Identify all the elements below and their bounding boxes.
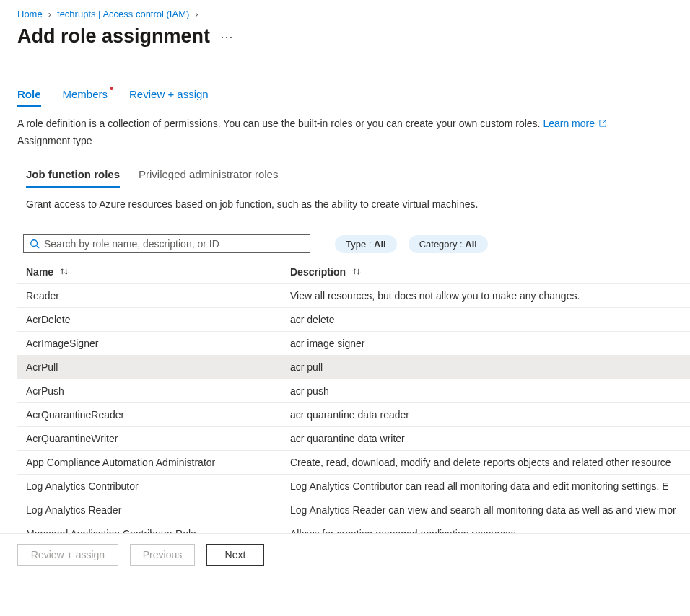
svg-point-0 bbox=[31, 240, 38, 247]
breadcrumb-resource[interactable]: techrupts | Access control (IAM) bbox=[57, 9, 189, 19]
role-description: Allows for creating managed application … bbox=[290, 528, 681, 533]
tab-review-assign[interactable]: Review + assign bbox=[129, 88, 209, 107]
roles-table-header: Name Description bbox=[17, 266, 690, 283]
role-search-box[interactable] bbox=[23, 234, 310, 253]
wizard-footer: Review + assign Previous Next bbox=[0, 533, 690, 576]
role-name: AcrDelete bbox=[26, 314, 290, 325]
external-link-icon bbox=[599, 120, 606, 127]
role-description: Log Analytics Contributor can read all m… bbox=[290, 480, 681, 492]
column-name-label: Name bbox=[26, 266, 53, 278]
role-description: View all resources, but does not allow y… bbox=[290, 290, 681, 302]
role-type-tabs: Job function roles Privileged administra… bbox=[17, 168, 690, 188]
role-name: Managed Application Contributor Role bbox=[26, 528, 290, 533]
previous-button[interactable]: Previous bbox=[130, 544, 195, 566]
role-description: acr image signer bbox=[290, 338, 681, 349]
learn-more-label: Learn more bbox=[543, 118, 595, 129]
table-row[interactable]: App Compliance Automation AdministratorC… bbox=[17, 450, 690, 474]
wizard-tabs: Role Members Review + assign bbox=[17, 88, 690, 107]
filter-type[interactable]: Type : All bbox=[335, 235, 397, 253]
role-type-description: Grant access to Azure resources based on… bbox=[17, 198, 690, 210]
assignment-type-label: Assignment type bbox=[17, 134, 690, 149]
intro-text: A role definition is a collection of per… bbox=[17, 117, 690, 148]
learn-more-link[interactable]: Learn more bbox=[543, 118, 606, 129]
role-search-input[interactable] bbox=[40, 237, 304, 250]
breadcrumb-home[interactable]: Home bbox=[17, 9, 43, 19]
more-actions-button[interactable]: ⋯ bbox=[220, 29, 235, 45]
role-name: AcrQuarantineWriter bbox=[26, 433, 290, 444]
tab-members-label: Members bbox=[63, 88, 108, 100]
column-desc-label: Description bbox=[290, 266, 346, 278]
role-name: Log Analytics Contributor bbox=[26, 480, 290, 492]
table-row[interactable]: AcrDeleteacr delete bbox=[17, 307, 690, 331]
filter-category-value: All bbox=[465, 239, 477, 250]
role-description: acr pull bbox=[290, 361, 681, 373]
role-name: Log Analytics Reader bbox=[26, 504, 290, 516]
required-indicator-icon bbox=[110, 87, 113, 90]
table-row[interactable]: AcrPushacr push bbox=[17, 379, 690, 402]
role-description: acr quarantine data writer bbox=[290, 433, 681, 444]
table-row[interactable]: AcrQuarantineReaderacr quarantine data r… bbox=[17, 402, 690, 426]
role-description: acr quarantine data reader bbox=[290, 409, 681, 421]
role-name: AcrPush bbox=[26, 385, 290, 397]
tab-role[interactable]: Role bbox=[17, 88, 41, 107]
sort-icon bbox=[351, 268, 362, 276]
filter-category-label: Category : bbox=[419, 239, 466, 250]
table-row[interactable]: Log Analytics ContributorLog Analytics C… bbox=[17, 474, 690, 498]
filter-category[interactable]: Category : All bbox=[409, 235, 488, 253]
role-name: App Compliance Automation Administrator bbox=[26, 457, 290, 468]
table-row[interactable]: AcrQuarantineWriteracr quarantine data w… bbox=[17, 426, 690, 450]
sort-icon bbox=[59, 268, 69, 276]
filter-type-label: Type : bbox=[346, 239, 374, 250]
role-name: AcrQuarantineReader bbox=[26, 409, 290, 421]
review-assign-button[interactable]: Review + assign bbox=[17, 544, 118, 566]
tab-members[interactable]: Members bbox=[63, 88, 108, 107]
role-description: Create, read, download, modify and delet… bbox=[290, 457, 681, 468]
role-description: Log Analytics Reader can view and search… bbox=[290, 504, 681, 516]
table-row[interactable]: ReaderView all resources, but does not a… bbox=[17, 283, 690, 307]
role-name: AcrImageSigner bbox=[26, 338, 290, 349]
breadcrumb: Home › techrupts | Access control (IAM) … bbox=[17, 9, 690, 19]
role-name: Reader bbox=[26, 290, 290, 302]
column-header-description[interactable]: Description bbox=[290, 266, 681, 278]
role-name: AcrPull bbox=[26, 361, 290, 373]
column-header-name[interactable]: Name bbox=[26, 266, 290, 278]
table-row[interactable]: AcrImageSigneracr image signer bbox=[17, 331, 690, 355]
chevron-right-icon: › bbox=[48, 9, 51, 19]
role-description: acr delete bbox=[290, 314, 681, 325]
filter-type-value: All bbox=[374, 239, 386, 250]
next-button[interactable]: Next bbox=[206, 544, 264, 566]
table-row[interactable]: Managed Application Contributor RoleAllo… bbox=[17, 522, 690, 533]
table-row[interactable]: Log Analytics ReaderLog Analytics Reader… bbox=[17, 498, 690, 522]
tab-job-function-roles[interactable]: Job function roles bbox=[26, 168, 120, 188]
svg-line-1 bbox=[37, 246, 40, 249]
chevron-right-icon: › bbox=[195, 9, 198, 19]
page-title: Add role assignment bbox=[17, 25, 210, 48]
tab-privileged-admin-roles[interactable]: Privileged administrator roles bbox=[139, 168, 278, 188]
roles-table: Name Description ReaderView all resource… bbox=[17, 266, 690, 533]
table-row[interactable]: AcrPullacr pull bbox=[17, 355, 690, 379]
search-icon bbox=[30, 239, 40, 249]
intro-text-content: A role definition is a collection of per… bbox=[17, 118, 543, 129]
role-description: acr push bbox=[290, 385, 681, 397]
